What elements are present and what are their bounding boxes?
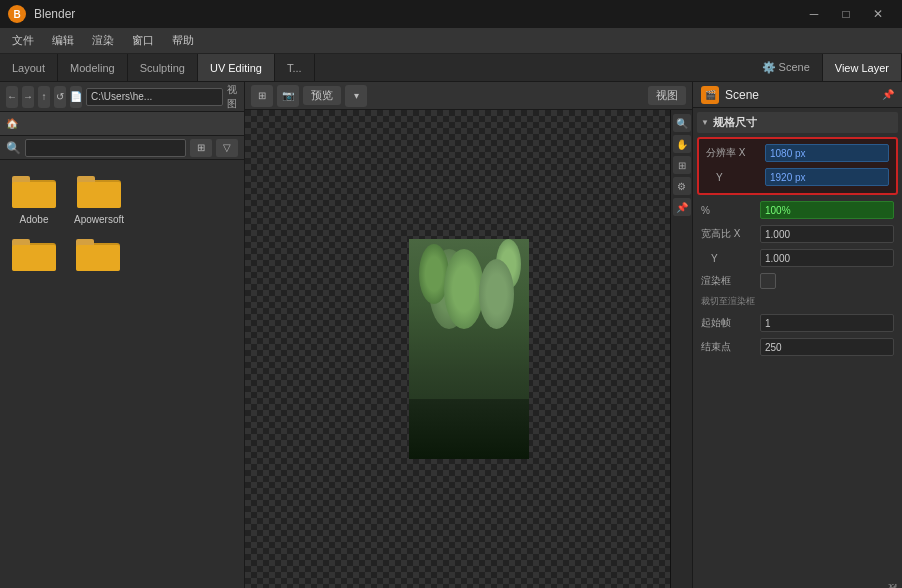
view-label[interactable]: 视图 <box>227 83 238 111</box>
tab-scene[interactable]: ⚙️ Scene <box>750 54 823 81</box>
folder-icon-apowersoft <box>75 170 123 210</box>
percent-label: % <box>701 205 756 216</box>
pin-button[interactable]: 📌 <box>673 198 691 216</box>
preview-panel: ⊞ 📷 预览 ▾ 视图 🔍 ✋ ⊞ ⚙ <box>245 82 692 588</box>
arrow-icon: ▼ <box>701 118 709 127</box>
start-frame-value[interactable]: 1 <box>760 314 894 332</box>
menu-help[interactable]: 帮助 <box>164 31 202 50</box>
aspect-y-value[interactable]: 1.000 <box>760 249 894 267</box>
preview-side-toolbar: 🔍 ✋ ⊞ ⚙ 📌 <box>670 110 692 588</box>
svg-rect-5 <box>77 182 121 208</box>
tab-t[interactable]: T... <box>275 54 315 81</box>
folder-icon-adobe <box>10 170 58 210</box>
preview-camera-button[interactable]: 📷 <box>277 85 299 107</box>
preview-area: 🔍 ✋ ⊞ ⚙ 📌 <box>245 110 692 588</box>
end-frame-label: 结束点 <box>701 340 756 354</box>
resolution-highlight-box: 分辨率 X 1080 px Y 1920 px <box>697 137 898 195</box>
file-item-apowersoft[interactable]: Apowersoft <box>74 170 124 225</box>
aspect-x-value[interactable]: 1.000 <box>760 225 894 243</box>
resolution-header[interactable]: ▼ 规格尺寸 <box>697 112 898 133</box>
res-x-value[interactable]: 1080 px <box>765 144 889 162</box>
start-frame-row: 起始帧 1 <box>697 312 898 334</box>
res-x-label: 分辨率 X <box>706 146 761 160</box>
menubar: 文件 编辑 渲染 窗口 帮助 <box>0 28 902 54</box>
file-label-apowersoft: Apowersoft <box>74 214 124 225</box>
render-box-row: 渲染框 <box>697 271 898 291</box>
render-box-label: 渲染框 <box>701 274 756 288</box>
search-input[interactable] <box>25 139 186 157</box>
menu-render[interactable]: 渲染 <box>84 31 122 50</box>
settings-icon-btn[interactable]: ⚙ <box>673 177 691 195</box>
svg-rect-2 <box>12 182 56 208</box>
folder-icon-4 <box>74 233 122 273</box>
crop-row: 裁切至渲染框 <box>697 293 898 310</box>
preview-label: 预览 <box>303 86 341 105</box>
preview-image <box>409 239 529 459</box>
path-input[interactable] <box>86 88 223 106</box>
scene-icon: 🎬 <box>701 86 719 104</box>
nav-file-button[interactable]: 📄 <box>70 86 82 108</box>
tree-2 <box>444 249 484 329</box>
preview-toolbar: ⊞ 📷 预览 ▾ 视图 <box>245 82 692 110</box>
menu-window[interactable]: 窗口 <box>124 31 162 50</box>
minimize-button[interactable]: ─ <box>798 0 830 28</box>
nav-forward-button[interactable]: → <box>22 86 34 108</box>
app-title: Blender <box>34 7 75 21</box>
aspect-y-row: Y 1.000 <box>697 247 898 269</box>
section-label: 规格尺寸 <box>713 115 757 130</box>
preview-dropdown-button[interactable]: ▾ <box>345 85 367 107</box>
file-row-2 <box>10 233 234 277</box>
nav-back-button[interactable]: ← <box>6 86 18 108</box>
menu-edit[interactable]: 编辑 <box>44 31 82 50</box>
right-panel-pin[interactable]: 📌 <box>882 89 894 100</box>
percent-value[interactable]: 100% <box>760 201 894 219</box>
titlebar: B Blender ─ □ ✕ <box>0 0 902 28</box>
start-frame-label: 起始帧 <box>701 316 756 330</box>
file-row-1: Adobe Apowersoft <box>10 170 234 225</box>
search-icon: 🔍 <box>6 141 21 155</box>
tab-layout[interactable]: Layout <box>0 54 58 81</box>
blender-logo: B <box>8 5 26 23</box>
tab-modeling[interactable]: Modeling <box>58 54 128 81</box>
svg-rect-8 <box>12 245 56 271</box>
file-browser-panel: ← → ↑ ↺ 📄 视图 🏠 🔍 ⊞ ▽ <box>0 82 245 588</box>
main-area: ← → ↑ ↺ 📄 视图 🏠 🔍 ⊞ ▽ <box>0 82 902 588</box>
tab-sculpting[interactable]: Sculpting <box>128 54 198 81</box>
nature-image <box>409 239 529 459</box>
hand-tool-button[interactable]: ✋ <box>673 135 691 153</box>
properties-content: ▼ 规格尺寸 分辨率 X 1080 px Y 1920 px <box>693 108 902 588</box>
resolution-section: ▼ 规格尺寸 分辨率 X 1080 px Y 1920 px <box>697 112 898 358</box>
render-box-checkbox[interactable] <box>760 273 776 289</box>
file-item-3[interactable] <box>10 233 58 277</box>
end-frame-value[interactable]: 250 <box>760 338 894 356</box>
tab-view-layer[interactable]: View Layer <box>823 54 902 81</box>
zoom-in-button[interactable]: 🔍 <box>673 114 691 132</box>
layers-button[interactable]: ⊞ <box>673 156 691 174</box>
file-grid: Adobe Apowersoft <box>0 160 244 588</box>
path-home-icon: 🏠 <box>6 118 18 129</box>
tab-uv-editing[interactable]: UV Editing <box>198 54 275 81</box>
tree-3 <box>496 239 521 289</box>
end-frame-row: 结束点 250 <box>697 336 898 358</box>
file-label-adobe: Adobe <box>20 214 49 225</box>
maximize-button[interactable]: □ <box>830 0 862 28</box>
right-panel-header: 🎬 Scene 📌 <box>693 82 902 108</box>
right-properties-panel: 🎬 Scene 📌 ▼ 规格尺寸 分辨率 X 1080 px <box>692 82 902 588</box>
preview-mode-button[interactable]: ⊞ <box>251 85 273 107</box>
percent-row: % 100% <box>697 199 898 221</box>
view-grid-button[interactable]: ⊞ <box>190 139 212 157</box>
close-button[interactable]: ✕ <box>862 0 894 28</box>
nav-up-button[interactable]: ↑ <box>38 86 50 108</box>
file-item-adobe[interactable]: Adobe <box>10 170 58 225</box>
tabbar: Layout Modeling Sculpting UV Editing T..… <box>0 54 902 82</box>
menu-file[interactable]: 文件 <box>4 31 42 50</box>
filter-button[interactable]: ▽ <box>216 139 238 157</box>
file-item-4[interactable] <box>74 233 122 277</box>
nav-refresh-button[interactable]: ↺ <box>54 86 66 108</box>
res-y-label: Y <box>706 172 761 183</box>
svg-rect-11 <box>76 245 120 271</box>
right-panel-title: Scene <box>725 88 759 102</box>
resolution-y-row: Y 1920 px <box>702 166 893 188</box>
res-y-value[interactable]: 1920 px <box>765 168 889 186</box>
aspect-x-row: 宽高比 X 1.000 <box>697 223 898 245</box>
